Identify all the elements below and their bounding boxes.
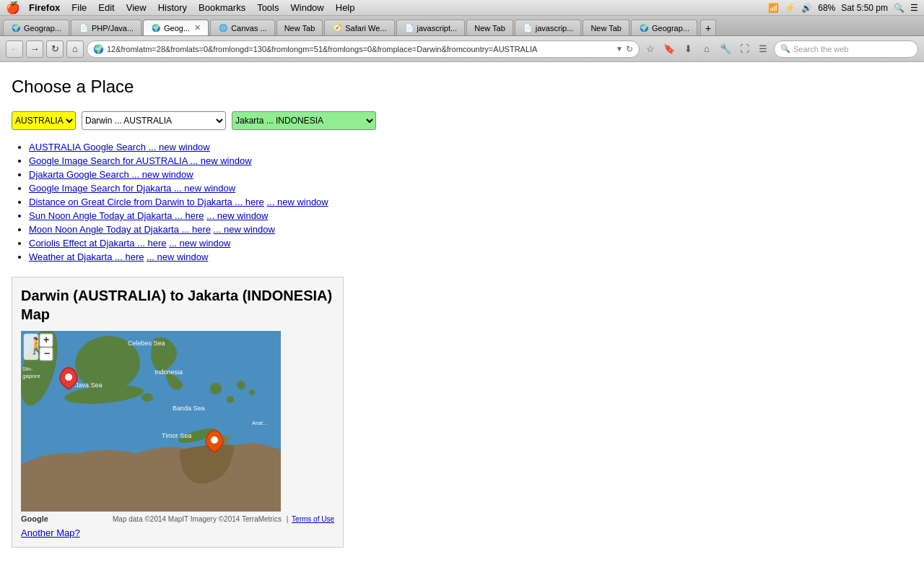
menubar-list-icon[interactable]: ☰ (910, 3, 918, 13)
tab-5[interactable]: New Tab (276, 20, 323, 35)
fullscreen-icon[interactable]: ⛶ (736, 41, 752, 57)
menubar-edit[interactable]: Edit (98, 2, 114, 13)
tab-4[interactable]: 🌐 Canvas ... (210, 20, 275, 35)
menubar-volume-icon: 🔊 (801, 3, 812, 13)
url-favicon: 🌍 (93, 44, 104, 54)
menubar-wifi-icon: 📶 (768, 3, 779, 13)
home-nav-icon[interactable]: ⌂ (699, 41, 715, 57)
tab-10[interactable]: New Tab (583, 20, 629, 35)
map-view[interactable]: Celebes Sea Indonesia Java Sea Banda Sea… (21, 331, 281, 512)
menubar-view[interactable]: View (126, 2, 147, 13)
menubar-bluetooth-icon: ⚡ (785, 3, 796, 13)
tab-3-active[interactable]: 🌍 Geog... ✕ (143, 20, 209, 35)
australia-image-search-link[interactable]: Google Image Search for AUSTRALIA ... ne… (29, 155, 252, 166)
tab-3-close[interactable]: ✕ (194, 23, 201, 33)
terms-of-use-link[interactable]: Terms of Use (292, 515, 334, 523)
tab-10-label: New Tab (590, 24, 622, 33)
menubar-firefox[interactable]: Firefox (29, 2, 60, 13)
svg-text:Timor Sea: Timor Sea (162, 432, 191, 439)
sun-noon-new-window-link[interactable]: ... new window (206, 210, 268, 221)
great-circle-here-link[interactable]: Distance on Great Circle from Darwin to … (29, 197, 264, 207)
map-title: Darwin (AUSTRALIA) to Jakarta (INDONESIA… (21, 286, 334, 324)
svg-point-7 (227, 396, 234, 403)
search-bar[interactable]: 🔍 Search the web (774, 40, 918, 58)
another-map-section: Another Map? (21, 527, 334, 538)
menubar-file[interactable]: File (71, 2, 87, 13)
menubar: 🍎 Firefox File Edit View History Bookmar… (0, 0, 924, 16)
list-item: Coriolis Effect at Djakarta ... here ...… (29, 238, 912, 249)
tab-1[interactable]: 🌍 Geograp... (3, 20, 69, 35)
apple-menu[interactable]: 🍎 (6, 1, 20, 14)
download-icon[interactable]: ⬇ (680, 41, 696, 57)
bookmark-save-icon[interactable]: 🔖 (661, 41, 677, 57)
tab-bar: 🌍 Geograp... 📄 PHP/Java... 🌍 Geog... ✕ 🌐… (0, 16, 924, 36)
djakarta-google-search-link[interactable]: Djakarta Google Search ... new window (29, 169, 193, 180)
developer-icon[interactable]: 🔧 (718, 41, 733, 57)
menubar-window[interactable]: Window (291, 2, 324, 13)
tab-7[interactable]: 📄 javascript... (396, 20, 466, 35)
to-city-select[interactable]: Jakarta ... INDONESIA (232, 111, 376, 130)
svg-text:Indonesia: Indonesia (154, 368, 183, 376)
menubar-history[interactable]: History (158, 2, 187, 13)
tab-3-label: Geog... (164, 24, 190, 33)
menubar-bookmarks[interactable]: Bookmarks (199, 2, 245, 13)
tab-2[interactable]: 📄 PHP/Java... (71, 20, 141, 35)
back-button[interactable]: ← (6, 40, 23, 58)
tab-7-icon: 📄 (404, 23, 414, 33)
url-refresh-icon[interactable]: ↻ (626, 44, 633, 54)
list-item: Djakarta Google Search ... new window (29, 169, 912, 180)
tab-8[interactable]: New Tab (466, 20, 513, 35)
moon-noon-here-link[interactable]: Moon Noon Angle Today at Djakarta ... he… (29, 224, 211, 235)
djakarta-image-search-link[interactable]: Google Image Search for Djakarta ... new… (29, 183, 235, 194)
list-item: Google Image Search for AUSTRALIA ... ne… (29, 155, 912, 166)
tab-11[interactable]: 🌍 Geograp... (631, 20, 697, 35)
coriolis-new-window-link[interactable]: ... new window (169, 238, 230, 249)
svg-text:Sin-: Sin- (22, 366, 33, 372)
svg-point-6 (210, 383, 222, 394)
list-item: Google Image Search for Djakarta ... new… (29, 183, 912, 194)
page-title: Choose a Place (12, 77, 912, 97)
from-country-select[interactable]: AUSTRALIA (12, 111, 76, 130)
tab-5-label: New Tab (284, 24, 315, 33)
list-item: Moon Noon Angle Today at Djakarta ... he… (29, 224, 912, 235)
bookmark-star-icon[interactable]: ☆ (642, 41, 658, 57)
tab-6-icon: 🧭 (332, 23, 342, 33)
tab-1-icon: 🌍 (11, 23, 21, 33)
menu-icon[interactable]: ☰ (755, 41, 771, 57)
url-text: 12&fromlatm=28&fromlats=0&fromlongd=130&… (107, 45, 613, 53)
tab-9-label: javascrip... (536, 24, 574, 33)
tab-2-icon: 📄 (79, 23, 89, 33)
list-item: Sun Noon Angle Today at Djakarta ... her… (29, 210, 912, 221)
tab-3-icon: 🌍 (151, 23, 161, 33)
tab-7-label: javascript... (417, 24, 458, 33)
menubar-tools[interactable]: Tools (257, 2, 279, 13)
home-button[interactable]: ⌂ (66, 40, 84, 58)
coriolis-here-link[interactable]: Coriolis Effect at Djakarta ... here (29, 238, 167, 249)
new-tab-button[interactable]: + (700, 20, 716, 35)
sun-noon-here-link[interactable]: Sun Noon Angle Today at Djakarta ... her… (29, 210, 204, 221)
svg-point-8 (237, 381, 245, 389)
map-attribution: Map data ©2014 MapIT Imagery ©2014 Terra… (113, 515, 282, 523)
weather-new-window-link[interactable]: ... new window (147, 251, 208, 262)
list-item: Distance on Great Circle from Darwin to … (29, 197, 912, 207)
australia-google-search-link[interactable]: AUSTRALIA Google Search ... new window (29, 142, 210, 152)
url-dropdown-arrow[interactable]: ▼ (616, 45, 623, 53)
menubar-search-icon[interactable]: 🔍 (894, 3, 905, 13)
tab-6[interactable]: 🧭 Safari We... (324, 20, 394, 35)
page-content: Choose a Place AUSTRALIA Darwin ... AUST… (0, 62, 924, 562)
menubar-battery: 68% (818, 3, 835, 13)
tab-11-label: Geograp... (652, 24, 689, 33)
moon-noon-new-window-link[interactable]: ... new window (214, 224, 275, 235)
svg-point-9 (249, 389, 255, 395)
reload-button[interactable]: ↻ (46, 40, 64, 58)
url-bar[interactable]: 🌍 12&fromlatm=28&fromlats=0&fromlongd=13… (87, 40, 640, 58)
another-map-link[interactable]: Another Map? (21, 527, 80, 538)
svg-text:Araf...: Araf... (252, 420, 267, 426)
great-circle-new-window-link[interactable]: ... new window (266, 197, 328, 207)
tab-9[interactable]: 📄 javascrip... (515, 20, 582, 35)
from-city-select[interactable]: Darwin ... AUSTRALIA (82, 111, 226, 130)
svg-point-18 (65, 374, 72, 381)
menubar-help[interactable]: Help (336, 2, 355, 13)
weather-here-link[interactable]: Weather at Djakarta ... here (29, 251, 144, 262)
forward-button[interactable]: → (26, 40, 43, 58)
